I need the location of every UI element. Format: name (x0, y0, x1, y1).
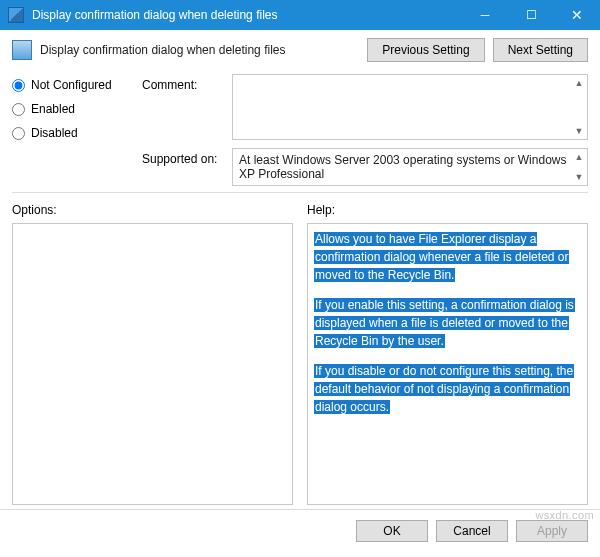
comment-row: Comment: ▲ ▼ (142, 74, 588, 140)
policy-icon (12, 40, 32, 60)
radio-disabled-label: Disabled (31, 126, 78, 140)
options-body[interactable] (12, 223, 293, 505)
radio-enabled-label: Enabled (31, 102, 75, 116)
chevron-up-icon[interactable]: ▲ (572, 76, 586, 90)
fields-area: Comment: ▲ ▼ Supported on: At least Wind… (142, 74, 588, 186)
comment-field[interactable] (232, 74, 588, 140)
radio-enabled-input[interactable] (12, 103, 25, 116)
previous-setting-button[interactable]: Previous Setting (367, 38, 484, 62)
radio-disabled[interactable]: Disabled (12, 126, 142, 140)
header-row: Display confirmation dialog when deletin… (12, 38, 588, 62)
help-label: Help: (307, 203, 588, 217)
chevron-down-icon[interactable]: ▼ (572, 124, 586, 138)
maximize-button[interactable]: ☐ (508, 0, 554, 30)
window-title: Display confirmation dialog when deletin… (32, 8, 462, 22)
radio-group: Not Configured Enabled Disabled (12, 74, 142, 150)
chevron-down-icon[interactable]: ▼ (572, 170, 586, 184)
options-panel: Options: (12, 203, 293, 505)
ok-button[interactable]: OK (356, 520, 428, 542)
next-setting-button[interactable]: Next Setting (493, 38, 588, 62)
footer: OK Cancel Apply (0, 509, 600, 552)
cancel-button[interactable]: Cancel (436, 520, 508, 542)
titlebar: Display confirmation dialog when deletin… (0, 0, 600, 30)
help-paragraph-2: If you enable this setting, a confirmati… (314, 298, 575, 348)
chevron-up-icon[interactable]: ▲ (572, 150, 586, 164)
help-paragraph-3: If you disable or do not configure this … (314, 364, 574, 414)
supported-on-label: Supported on: (142, 152, 217, 166)
radio-disabled-input[interactable] (12, 127, 25, 140)
radio-not-configured-input[interactable] (12, 79, 25, 92)
config-row: Not Configured Enabled Disabled Comment:… (12, 74, 588, 186)
radio-enabled[interactable]: Enabled (12, 102, 142, 116)
panels-row: Options: Help: Allows you to have File E… (12, 203, 588, 505)
apply-button[interactable]: Apply (516, 520, 588, 542)
help-paragraph-1: Allows you to have File Explorer display… (314, 232, 569, 282)
comment-label: Comment: (142, 78, 197, 92)
close-button[interactable]: ✕ (554, 0, 600, 30)
help-panel: Help: Allows you to have File Explorer d… (307, 203, 588, 505)
window-icon (8, 7, 24, 23)
supported-row: Supported on: At least Windows Server 20… (142, 148, 588, 186)
radio-not-configured-label: Not Configured (31, 78, 112, 92)
radio-not-configured[interactable]: Not Configured (12, 78, 142, 92)
minimize-button[interactable]: ─ (462, 0, 508, 30)
window-controls: ─ ☐ ✕ (462, 0, 600, 30)
options-label: Options: (12, 203, 293, 217)
nav-buttons: Previous Setting Next Setting (367, 38, 588, 62)
divider (12, 192, 588, 193)
content-area: Display confirmation dialog when deletin… (0, 30, 600, 509)
policy-title: Display confirmation dialog when deletin… (40, 43, 367, 57)
help-body[interactable]: Allows you to have File Explorer display… (307, 223, 588, 505)
supported-on-field: At least Windows Server 2003 operating s… (232, 148, 588, 186)
